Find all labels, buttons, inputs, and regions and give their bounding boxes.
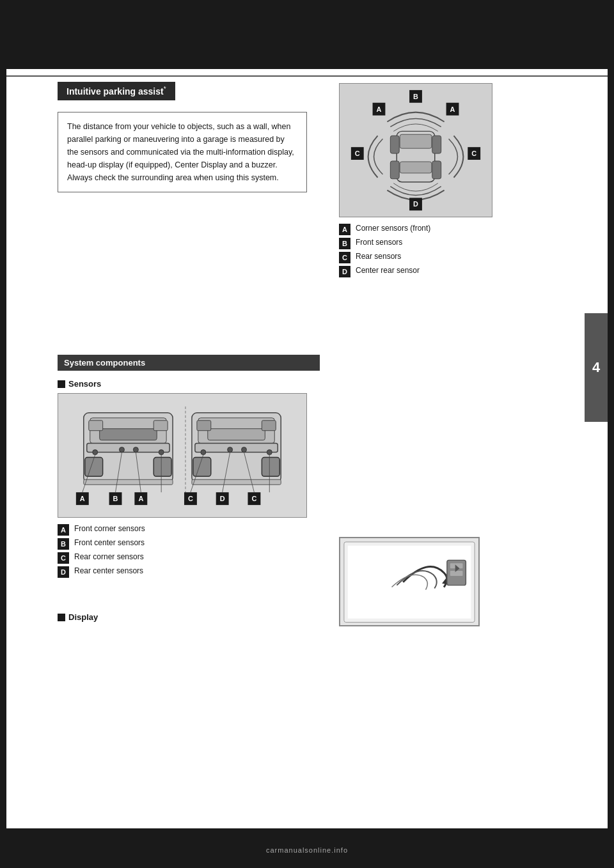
front-labels-list: A Front corner sensors B Front center se… (58, 524, 145, 580)
svg-point-33 (267, 450, 272, 455)
black-square-icon (58, 380, 65, 388)
label-a-text: Front corner sensors (74, 524, 145, 533)
svg-text:A: A (80, 495, 85, 502)
page-number: 4 (592, 359, 600, 376)
label-item-c: C Rear corner sensors (58, 552, 145, 564)
badge-c: C (58, 552, 69, 564)
bird-eye-labels: A Corner sensors (front) B Front sensors… (339, 224, 430, 280)
sensors-label: Sensors (68, 379, 101, 389)
be-label-a: A Corner sensors (front) (339, 224, 430, 235)
sensor-diagram-svg: A B A C (58, 394, 306, 518)
description-text: The distance from your vehicle to object… (67, 122, 294, 182)
label-item-d: D Rear center sensors (58, 566, 145, 578)
badge-d: D (58, 566, 69, 578)
svg-rect-29 (192, 479, 281, 484)
svg-text:C: C (471, 150, 476, 157)
svg-point-30 (201, 450, 206, 455)
section1-header: Intuitive parking assist* (58, 82, 175, 100)
label-c-text: Rear corner sensors (74, 552, 144, 561)
svg-rect-53 (432, 136, 441, 153)
svg-text:C: C (188, 495, 193, 502)
svg-text:B: B (113, 495, 118, 502)
svg-rect-28 (262, 457, 279, 476)
svg-rect-54 (390, 161, 399, 179)
be-label-b-text: Front sensors (356, 238, 402, 247)
svg-text:A: A (377, 105, 382, 113)
svg-rect-4 (89, 421, 103, 431)
svg-rect-26 (195, 444, 278, 453)
bird-eye-svg: A B A C C D (340, 84, 492, 217)
badge-b: B (58, 538, 69, 550)
description-box: The distance from your vehicle to object… (58, 112, 307, 192)
svg-text:C: C (251, 495, 256, 502)
svg-rect-8 (154, 457, 171, 476)
svg-rect-25 (262, 421, 276, 431)
sensor-diagram: A B A C (58, 393, 307, 518)
svg-rect-50 (400, 134, 432, 148)
svg-rect-23 (208, 429, 265, 440)
svg-rect-5 (154, 421, 168, 431)
svg-point-18 (133, 447, 138, 453)
svg-rect-24 (197, 421, 211, 431)
display-diagram-svg (340, 538, 478, 626)
label-b-text: Front center sensors (74, 538, 145, 547)
svg-rect-9 (84, 479, 173, 484)
be-badge-a: A (339, 224, 350, 235)
page-number-tab: 4 (585, 313, 608, 422)
left-bar (0, 0, 6, 868)
be-label-d: D Center rear sensor (339, 266, 430, 277)
section1-title: Intuitive parking assist (67, 86, 164, 97)
svg-rect-27 (193, 457, 211, 476)
black-square-icon2 (58, 614, 65, 621)
svg-rect-52 (390, 136, 399, 153)
svg-point-32 (242, 447, 247, 453)
section2-title: System components (64, 358, 145, 368)
label-item-a: A Front corner sensors (58, 524, 145, 536)
footer-website: carmanualsonline.info (266, 846, 348, 854)
top-bar (0, 0, 614, 69)
label-item-b: B Front center sensors (58, 538, 145, 550)
svg-text:D: D (413, 200, 418, 208)
right-bar (608, 0, 614, 868)
svg-point-19 (159, 450, 164, 455)
svg-text:D: D (220, 495, 225, 502)
be-badge-c: C (339, 252, 350, 263)
display-diagram (339, 537, 480, 626)
svg-rect-7 (85, 457, 103, 476)
bird-eye-diagram: A B A C C D (339, 83, 492, 217)
be-badge-b: B (339, 238, 350, 249)
label-d-text: Rear center sensors (74, 566, 143, 575)
svg-text:A: A (138, 495, 143, 502)
svg-rect-74 (450, 571, 463, 576)
svg-point-17 (120, 447, 125, 453)
svg-text:C: C (355, 150, 360, 157)
svg-text:A: A (450, 105, 455, 113)
display-label: Display (68, 612, 98, 622)
be-label-c-text: Rear sensors (356, 252, 401, 261)
svg-rect-3 (100, 429, 157, 440)
top-divider (6, 75, 608, 77)
display-subheader: Display (58, 612, 98, 622)
be-badge-d: D (339, 266, 350, 277)
svg-text:B: B (413, 93, 418, 100)
svg-point-31 (228, 447, 233, 453)
svg-point-16 (93, 450, 98, 455)
svg-rect-55 (432, 161, 441, 179)
svg-rect-51 (400, 162, 432, 173)
sensors-subheader: Sensors (58, 379, 101, 389)
section2-header: System components (58, 355, 320, 371)
section1-star: * (164, 86, 166, 93)
be-label-c: C Rear sensors (339, 252, 430, 263)
svg-rect-6 (87, 444, 169, 453)
be-label-b: B Front sensors (339, 238, 430, 249)
be-label-a-text: Corner sensors (front) (356, 224, 430, 233)
badge-a: A (58, 524, 69, 536)
be-label-d-text: Center rear sensor (356, 266, 420, 275)
